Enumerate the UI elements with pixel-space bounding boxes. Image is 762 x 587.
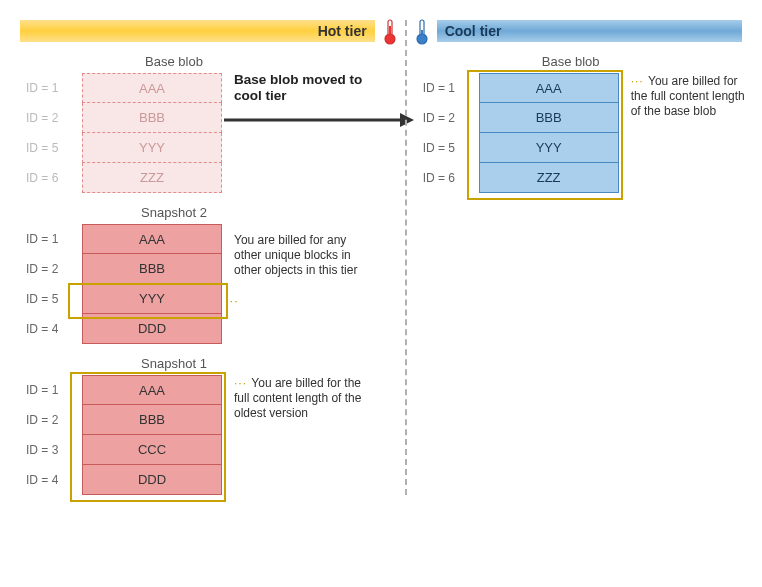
row-id: ID = 5 [417,133,479,163]
hot-base-blob: Base blob ID = 1AAA ID = 2BBB ID = 5YYY … [20,54,405,193]
table-row: ID = 5YYY [20,133,405,163]
row-value: ZZZ [479,163,619,193]
row-id: ID = 2 [20,254,82,284]
table-row: ID = 5YYY [20,284,405,314]
row-id: ID = 1 [417,73,479,103]
row-id: ID = 1 [20,375,82,405]
row-value: BBB [82,405,222,435]
row-value: DDD [82,465,222,495]
row-value: ZZZ [82,163,222,193]
row-id: ID = 2 [20,405,82,435]
table-row: ID = 3CCC [20,435,405,465]
dots-icon: ··· [225,293,239,308]
arrow-icon [224,110,414,130]
table-row: ID = 6ZZZ [417,163,742,193]
row-value: AAA [479,73,619,103]
snap2-annotation: You are billed for any other unique bloc… [234,233,374,278]
dots-icon: ··· [234,376,251,390]
hot-tier-header: Hot tier [20,20,375,42]
cool-base-annotation: ··· You are billed for the full content … [631,74,751,119]
annotation-text: You are billed for the full content leng… [631,74,745,118]
cool-tier-header: Cool tier [437,20,742,42]
thermometer-cool-icon [409,18,435,46]
snap1-annotation: ··· You are billed for the full content … [234,376,374,421]
snap2-title: Snapshot 2 [76,205,272,220]
cool-base-blob: Base blob ID = 1AAA ID = 2BBB ID = 5YYY … [417,54,742,193]
svg-point-2 [385,34,395,44]
row-value: BBB [82,254,222,284]
row-value: DDD [82,314,222,344]
row-value: YYY [82,284,222,314]
row-id: ID = 1 [20,73,82,103]
row-id: ID = 6 [20,163,82,193]
hot-snapshot-2: Snapshot 2 ID = 1AAA ID = 2BBB ID = 5YYY… [20,205,405,344]
cool-tier-label: Cool tier [445,23,502,39]
annotation-text: You are billed for any other unique bloc… [234,233,357,277]
hot-tier-label: Hot tier [318,23,367,39]
row-value: YYY [479,133,619,163]
row-id: ID = 1 [20,224,82,254]
hot-tier: Hot tier Base blob ID = 1AAA ID = 2BBB I… [20,20,405,495]
row-value: BBB [479,103,619,133]
row-id: ID = 2 [417,103,479,133]
dots-icon: ··· [631,74,648,88]
row-value: BBB [82,103,222,133]
row-id: ID = 5 [20,133,82,163]
row-id: ID = 2 [20,103,82,133]
table-row: ID = 4DDD [20,314,405,344]
svg-point-7 [417,34,427,44]
snap1-title: Snapshot 1 [76,356,272,371]
row-id: ID = 4 [20,314,82,344]
row-value: AAA [82,375,222,405]
row-value: CCC [82,435,222,465]
row-id: ID = 3 [20,435,82,465]
row-id: ID = 5 [20,284,82,314]
row-value: YYY [82,133,222,163]
hot-base-title: Base blob [76,54,272,69]
tiers-container: Hot tier Base blob ID = 1AAA ID = 2BBB I… [20,20,742,495]
cool-base-title: Base blob [473,54,669,69]
thermometer-hot-icon [377,18,403,46]
table-row: ID = 6ZZZ [20,163,405,193]
table-row: ID = 5YYY [417,133,742,163]
move-arrow-label: Base blob moved to cool tier [234,72,384,104]
table-row: ID = 4DDD [20,465,405,495]
cool-tier: Cool tier Base blob ID = 1AAA ID = 2BBB … [405,20,742,495]
row-id: ID = 4 [20,465,82,495]
row-value: AAA [82,224,222,254]
row-id: ID = 6 [417,163,479,193]
hot-snapshot-1: Snapshot 1 ID = 1AAA ID = 2BBB ID = 3CCC… [20,356,405,495]
annotation-text: You are billed for the full content leng… [234,376,361,420]
row-value: AAA [82,73,222,103]
